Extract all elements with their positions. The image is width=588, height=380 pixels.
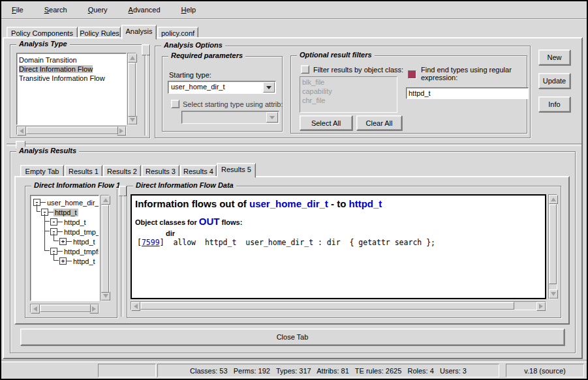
tree-connector	[54, 260, 59, 261]
scroll-up-icon[interactable]	[128, 53, 137, 63]
tree-connector	[44, 250, 50, 251]
flow-data-textpane[interactable]: Information flows out of user_home_dir_t…	[131, 194, 546, 299]
object-class-listbox[interactable]: blk_file capability chr_file	[300, 76, 397, 113]
starting-type-value: user_home_dir_t	[171, 83, 225, 91]
top-sash-handle[interactable]	[142, 44, 150, 55]
analysis-type-listbox[interactable]: Domain Transition Direct Information Flo…	[16, 53, 127, 125]
tab-results-5[interactable]: Results 5	[217, 163, 256, 178]
analysis-options-label: Analysis Options	[161, 41, 225, 49]
attrib-checkbox-row: Select starting type using attrib:	[171, 100, 283, 108]
menu-help[interactable]: Help	[179, 5, 199, 15]
analysis-type-label: Analysis Type	[16, 40, 70, 48]
menu-search[interactable]: Search	[42, 5, 70, 15]
tree-data-sash[interactable]	[121, 196, 123, 317]
list-item: blk_file	[300, 78, 397, 87]
tree-connector	[54, 241, 59, 241]
analysis-type-vscrollbar[interactable]	[127, 53, 136, 125]
new-button[interactable]: New	[538, 50, 570, 65]
statusbar-divider	[1, 360, 587, 362]
regex-input[interactable]	[406, 87, 529, 99]
status-version: v.18 (source)	[506, 364, 584, 377]
status-stats: Classes: 53 Perms: 192 Types: 317 Attrib…	[157, 364, 499, 377]
flow-data-hscrollbar[interactable]	[131, 301, 546, 310]
list-item: capability	[300, 87, 397, 96]
tree-expand-icon[interactable]: +	[59, 238, 67, 245]
scroll-right-icon[interactable]	[536, 302, 546, 311]
list-item: chr_file	[300, 96, 397, 105]
clear-all-button[interactable]: Clear All	[356, 115, 402, 130]
flow-rule: [7599] allow httpd_t user_home_dir_t : d…	[132, 237, 545, 247]
attrib-combobox[interactable]	[181, 111, 279, 124]
chevron-down-icon[interactable]	[263, 82, 275, 93]
results-sash[interactable]	[7, 143, 581, 146]
object-class-checkbox[interactable]	[301, 65, 309, 74]
tree-expand-icon[interactable]: +	[59, 257, 67, 265]
attrib-checkbox-label: Select starting type using attrib:	[183, 100, 283, 108]
list-item[interactable]: Direct Information Flow	[17, 65, 126, 74]
scroll-up-icon[interactable]	[549, 195, 558, 204]
flow-tree-label: Direct Information Flow 1	[31, 181, 123, 189]
tree-node[interactable]: -httpd_t	[31, 207, 99, 217]
tree-node[interactable]: +httpd_t	[31, 256, 99, 266]
scroll-right-icon[interactable]	[117, 126, 126, 136]
object-class-checkbox-row: Filter results by object class:	[301, 65, 403, 74]
apol-window: File Search Query Advanced Help Policy C…	[0, 0, 588, 380]
flow-object-class: dir	[132, 227, 545, 237]
rule-number-link[interactable]: 7599	[142, 238, 160, 247]
tree-data-sash-handle[interactable]	[119, 186, 127, 196]
tree-node[interactable]: -user_home_dir_t	[31, 197, 99, 207]
flow-tree-hscrollbar[interactable]	[30, 304, 99, 313]
menu-advanced[interactable]: Advanced	[126, 5, 163, 15]
regex-checkbox[interactable]	[408, 70, 416, 79]
flow-data-vscrollbar[interactable]	[548, 194, 557, 299]
scroll-left-icon[interactable]	[17, 126, 26, 136]
info-button[interactable]: Info	[538, 96, 570, 112]
tree-node[interactable]: -httpd_tmpfs_t	[31, 246, 99, 256]
top-sash[interactable]	[144, 55, 147, 136]
flow-subtitle: Object classes for OUT flows:	[132, 209, 545, 227]
chevron-down-icon	[266, 112, 278, 123]
scroll-down-icon[interactable]	[101, 291, 110, 300]
list-item[interactable]: Domain Transition	[17, 55, 126, 65]
optional-filters-label: Optional result filters	[297, 51, 375, 59]
required-parameters-label: Required parameters	[168, 51, 245, 59]
starting-type-combobox[interactable]: user_home_dir_t	[168, 81, 276, 94]
scroll-down-icon[interactable]	[128, 115, 137, 124]
attrib-checkbox[interactable]	[171, 100, 179, 108]
flow-data-label: Direct Information Flow Data	[133, 181, 236, 189]
tree-connector	[44, 221, 50, 222]
analysis-results-label: Analysis Results	[16, 147, 79, 154]
tree-connector	[44, 231, 50, 231]
menu-bar: File Search Query Advanced Help	[1, 1, 587, 20]
scroll-left-icon[interactable]	[31, 304, 40, 314]
close-tab-button[interactable]: Close Tab	[20, 329, 565, 345]
menu-query[interactable]: Query	[85, 5, 110, 15]
status-empty-box	[98, 364, 156, 377]
flow-tree-vscrollbar[interactable]	[101, 195, 110, 301]
menu-file[interactable]: File	[9, 5, 26, 15]
tree-connector	[44, 214, 45, 251]
tab-analysis[interactable]: Analysis	[121, 25, 157, 40]
scroll-up-icon[interactable]	[101, 196, 110, 205]
tree-node[interactable]: -httpd_t	[31, 217, 99, 227]
scroll-down-icon[interactable]	[549, 289, 558, 299]
starting-type-label: Starting type:	[169, 71, 211, 79]
analysis-type-hscrollbar[interactable]	[16, 126, 127, 135]
flow-title: Information flows out of user_home_dir_t…	[132, 196, 545, 209]
regex-checkbox-label: Find end types using regular expression:	[421, 66, 512, 81]
scroll-left-icon[interactable]	[131, 302, 140, 311]
list-item[interactable]: Transitive Information Flow	[17, 74, 126, 83]
select-all-button[interactable]: Select All	[300, 115, 352, 130]
object-class-checkbox-label: Filter results by object class:	[313, 66, 403, 74]
update-button[interactable]: Update	[538, 73, 570, 89]
regex-checkbox-row: Find end types using regular expression:	[408, 66, 512, 81]
scroll-right-icon[interactable]	[89, 304, 99, 314]
tree-node[interactable]: -httpd_tmp_t	[31, 227, 99, 237]
tree-expand-icon[interactable]: -	[50, 218, 57, 226]
tree-connector	[37, 211, 40, 212]
tree-node[interactable]: +httpd_t	[31, 237, 99, 246]
